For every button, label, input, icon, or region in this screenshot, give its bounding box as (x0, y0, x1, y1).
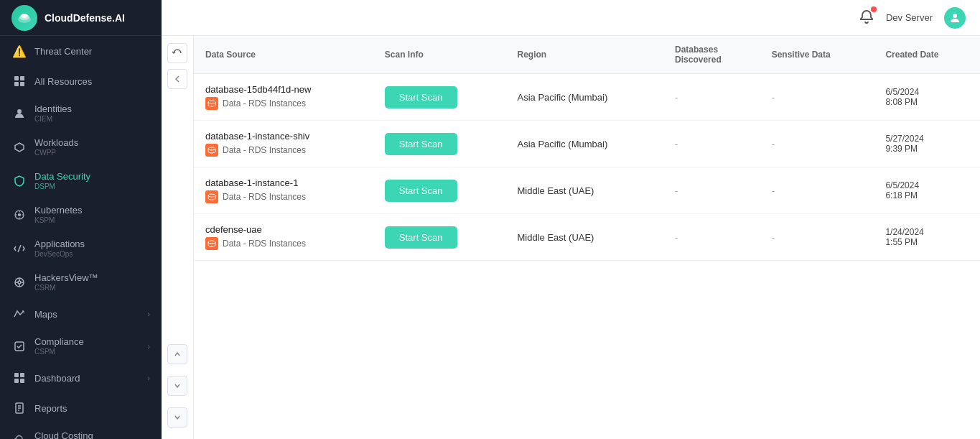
cell-sensitive-data-0: - (760, 74, 874, 121)
notifications-bell[interactable] (859, 9, 874, 27)
svg-rect-3 (14, 76, 19, 80)
sidebar-item-data-security[interactable]: Data Security DSPM (0, 164, 162, 198)
data-security-icon (11, 173, 27, 189)
user-avatar[interactable] (944, 7, 966, 29)
svg-rect-6 (20, 82, 24, 86)
rds-icon-2 (205, 190, 218, 203)
maps-icon (11, 306, 27, 322)
cell-sensitive-data-2: - (760, 167, 874, 214)
cell-created-date-3: 1/24/2024 1:55 PM (874, 214, 980, 261)
all-resources-icon (11, 73, 27, 89)
svg-rect-27 (14, 379, 19, 383)
main-area: Dev Server (162, 0, 980, 439)
col-header-created-date: Created Date (874, 36, 980, 74)
cloud-costing-icon (11, 433, 27, 440)
sidebar-item-threat-center[interactable]: ⚠️ Threat Center (0, 36, 162, 66)
cell-scan-info-1: Start Scan (373, 121, 506, 167)
svg-point-42 (208, 241, 215, 244)
cell-data-source-2: database-1-instance-1 Data - RDS Instanc… (194, 167, 373, 214)
dashboard-arrow: › (147, 374, 150, 382)
cell-created-date-2: 6/5/2024 6:18 PM (874, 167, 980, 214)
sidebar-item-identities[interactable]: Identities CIEM (0, 96, 162, 130)
cell-region-2: Middle East (UAE) (506, 167, 664, 214)
dashboard-icon (11, 370, 27, 386)
svg-point-2 (21, 14, 28, 18)
col-header-sensitive-data: Sensitive Data (760, 36, 874, 74)
table-row: database-15db44f1d-new Data - RDS Instan… (194, 74, 980, 121)
cell-db-discovered-2: - (663, 167, 760, 214)
cell-db-discovered-0: - (663, 74, 760, 121)
start-scan-button-0[interactable]: Start Scan (385, 86, 457, 108)
svg-point-40 (208, 194, 215, 197)
col-header-region: Region (506, 36, 664, 74)
sidebar-item-reports[interactable]: Reports (0, 393, 162, 423)
svg-point-36 (208, 101, 215, 103)
collapse-section-bot[interactable] (167, 407, 187, 428)
workloads-icon (11, 139, 27, 155)
collapse-section-top[interactable] (167, 344, 187, 364)
sidebar: CloudDefense.AI ⚠️ Threat Center All Res… (0, 0, 162, 439)
svg-point-10 (19, 213, 21, 216)
sidebar-item-workloads[interactable]: Workloads CWPP (0, 130, 162, 164)
cell-scan-info-3: Start Scan (373, 214, 506, 261)
logo-icon (11, 5, 37, 31)
rds-icon-0 (205, 97, 218, 110)
svg-rect-4 (20, 76, 24, 80)
start-scan-button-3[interactable]: Start Scan (385, 226, 457, 249)
content-wrapper: Data Source Scan Info Region DatabasesDi… (162, 36, 980, 439)
collapse-section-mid[interactable] (167, 376, 187, 396)
cell-region-3: Middle East (UAE) (506, 214, 664, 261)
table-row: database-1-instance-1 Data - RDS Instanc… (194, 167, 980, 214)
col-header-scan-info: Scan Info (373, 36, 506, 74)
table-area: Data Source Scan Info Region DatabasesDi… (194, 36, 980, 439)
svg-point-7 (17, 109, 22, 114)
cell-data-source-0: database-15db44f1d-new Data - RDS Instan… (194, 74, 373, 121)
rds-icon-3 (205, 237, 218, 250)
cell-scan-info-0: Start Scan (373, 74, 506, 121)
compliance-icon (11, 338, 27, 354)
left-panel (162, 36, 194, 439)
start-scan-button-1[interactable]: Start Scan (385, 133, 457, 155)
topbar-right: Dev Server (859, 7, 966, 29)
notification-badge (871, 6, 877, 12)
sidebar-item-cloud-costing[interactable]: Cloud Costing BETA (0, 423, 162, 439)
svg-rect-25 (14, 373, 19, 377)
svg-point-34 (953, 14, 957, 18)
cell-region-1: Asia Pacific (Mumbai) (506, 121, 664, 167)
cell-created-date-1: 5/27/2024 9:39 PM (874, 121, 980, 167)
refresh-button[interactable] (167, 43, 187, 63)
svg-marker-8 (15, 143, 24, 152)
topbar: Dev Server (162, 0, 980, 36)
identities-icon (11, 106, 27, 121)
svg-rect-28 (20, 379, 24, 383)
sidebar-item-maps[interactable]: Maps › (0, 299, 162, 329)
sidebar-item-all-resources[interactable]: All Resources (0, 66, 162, 96)
sidebar-item-kubernetes[interactable]: Kubernetes KSPM (0, 198, 162, 231)
svg-rect-5 (14, 82, 19, 86)
data-table: Data Source Scan Info Region DatabasesDi… (194, 36, 980, 261)
cell-created-date-0: 6/5/2024 8:08 PM (874, 74, 980, 121)
svg-point-38 (208, 147, 215, 150)
cell-db-discovered-3: - (663, 214, 760, 261)
cell-sensitive-data-3: - (760, 214, 874, 261)
sidebar-item-hackersview[interactable]: HackersView™ CSRM (0, 265, 162, 299)
threat-center-icon: ⚠️ (11, 43, 27, 59)
cell-db-discovered-1: - (663, 121, 760, 167)
sidebar-item-compliance[interactable]: Compliance CSPM › (0, 329, 162, 363)
table-row: cdefense-uae Data - RDS Instances Start … (194, 214, 980, 261)
svg-line-15 (18, 245, 21, 252)
logo-area[interactable]: CloudDefense.AI (0, 0, 162, 36)
reports-icon (11, 400, 27, 416)
sidebar-item-dashboard[interactable]: Dashboard › (0, 363, 162, 393)
server-label: Dev Server (886, 12, 933, 23)
kubernetes-icon (11, 207, 27, 223)
cell-data-source-1: database-1-instance-shiv Data - RDS Inst… (194, 121, 373, 167)
sidebar-item-applications[interactable]: Applications DevSecOps (0, 231, 162, 265)
cell-data-source-3: cdefense-uae Data - RDS Instances (194, 214, 373, 261)
collapse-left-button[interactable] (167, 69, 187, 89)
maps-arrow: › (147, 310, 150, 318)
svg-point-17 (18, 281, 21, 284)
start-scan-button-2[interactable]: Start Scan (385, 180, 457, 202)
table-row: database-1-instance-shiv Data - RDS Inst… (194, 121, 980, 167)
cell-region-0: Asia Pacific (Mumbai) (506, 74, 664, 121)
